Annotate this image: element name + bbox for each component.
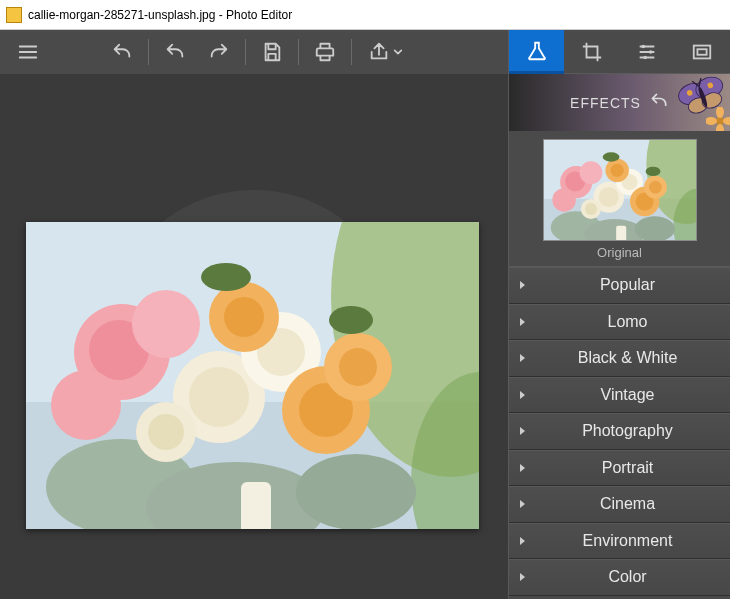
undo-icon — [649, 91, 669, 111]
undo-icon — [164, 41, 186, 63]
print-icon — [314, 41, 336, 63]
category-label: Lomo — [535, 313, 720, 331]
svg-point-42 — [723, 117, 730, 125]
effects-reset-button[interactable] — [649, 91, 669, 114]
chevron-right-icon — [519, 353, 527, 363]
titlebar: callie-morgan-285271-unsplash.jpg - Phot… — [0, 0, 730, 30]
save-button[interactable] — [250, 30, 294, 74]
svg-point-26 — [642, 44, 646, 48]
svg-point-39 — [716, 107, 724, 118]
thumbnail-area: Original — [509, 131, 730, 267]
category-environment[interactable]: Environment — [509, 523, 730, 560]
canvas-area — [0, 74, 508, 599]
right-panel: EFFECTS — [508, 30, 730, 599]
category-label: Vintage — [535, 386, 720, 404]
undo-button[interactable] — [153, 30, 197, 74]
chevron-right-icon — [519, 572, 527, 582]
menu-icon — [17, 41, 39, 63]
effects-header: EFFECTS — [509, 74, 730, 131]
svg-point-41 — [706, 117, 717, 125]
undo-icon — [111, 41, 133, 63]
category-label: Environment — [535, 532, 720, 550]
svg-rect-29 — [694, 45, 711, 58]
effects-header-label: EFFECTS — [570, 95, 641, 111]
category-label: Popular — [535, 276, 720, 294]
category-popular[interactable]: Popular — [509, 267, 730, 304]
flower-decoration — [706, 107, 730, 131]
sliders-icon — [636, 41, 658, 63]
category-black-white[interactable]: Black & White — [509, 340, 730, 377]
svg-point-28 — [643, 55, 647, 59]
chevron-right-icon — [519, 499, 527, 509]
category-color[interactable]: Color — [509, 559, 730, 596]
share-button[interactable] — [356, 30, 414, 74]
svg-point-27 — [649, 50, 653, 54]
chevron-right-icon — [519, 390, 527, 400]
svg-point-38 — [716, 117, 724, 125]
adjust-tab[interactable] — [620, 30, 675, 74]
flask-icon — [526, 40, 548, 62]
svg-point-40 — [716, 124, 724, 131]
category-label: Color — [535, 568, 720, 586]
crop-icon — [581, 41, 603, 63]
menu-button[interactable] — [6, 30, 50, 74]
chevron-down-icon — [393, 47, 403, 57]
chevron-right-icon — [519, 317, 527, 327]
canvas-image[interactable] — [26, 222, 479, 529]
category-cinema[interactable]: Cinema — [509, 486, 730, 523]
chevron-right-icon — [519, 426, 527, 436]
undo-big-button[interactable] — [100, 30, 144, 74]
category-label: Photography — [535, 422, 720, 440]
chevron-right-icon — [519, 280, 527, 290]
frame-icon — [691, 41, 713, 63]
save-icon — [261, 41, 283, 63]
category-lomo[interactable]: Lomo — [509, 304, 730, 341]
app-icon — [6, 7, 22, 23]
print-button[interactable] — [303, 30, 347, 74]
chevron-right-icon — [519, 536, 527, 546]
panel-tabs — [509, 30, 730, 74]
category-label: Black & White — [535, 349, 720, 367]
window-title: callie-morgan-285271-unsplash.jpg - Phot… — [28, 8, 292, 22]
svg-rect-30 — [698, 49, 707, 55]
crop-tab[interactable] — [564, 30, 619, 74]
original-thumbnail[interactable] — [543, 139, 697, 241]
redo-icon — [208, 41, 230, 63]
frames-tab[interactable] — [675, 30, 730, 74]
chevron-right-icon — [519, 463, 527, 473]
share-icon — [368, 41, 390, 63]
effect-categories: Popular Lomo Black & White Vintage Photo… — [509, 267, 730, 599]
thumbnail-label: Original — [597, 245, 642, 260]
category-vintage[interactable]: Vintage — [509, 377, 730, 414]
category-label: Portrait — [535, 459, 720, 477]
category-label: Cinema — [535, 495, 720, 513]
category-portrait[interactable]: Portrait — [509, 450, 730, 487]
redo-button[interactable] — [197, 30, 241, 74]
category-photography[interactable]: Photography — [509, 413, 730, 450]
effects-tab[interactable] — [509, 30, 564, 74]
